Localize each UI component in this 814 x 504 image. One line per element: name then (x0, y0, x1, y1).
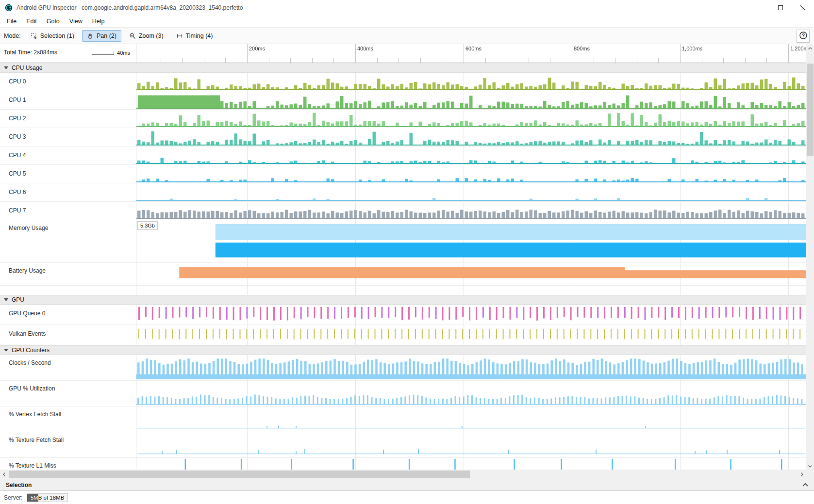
track-canvas (136, 128, 806, 146)
tool-button-label: Timing (4) (186, 33, 213, 39)
menu-view[interactable]: View (65, 16, 87, 26)
track-canvas (136, 458, 806, 470)
track-canvas (136, 91, 806, 109)
track-row-cpu-1: CPU 1 (0, 91, 806, 110)
maximize-button[interactable] (769, 0, 792, 16)
track-row--vertex-fetch-stall: % Vertex Fetch Stall (0, 406, 806, 432)
track-row--texture-l1-miss: % Texture L1 Miss (0, 458, 806, 470)
track-row-clocks-second: Clocks / Second (0, 355, 806, 381)
track-row-gpu-queue-0: GPU Queue 0 (0, 305, 806, 325)
track-chart[interactable] (136, 325, 806, 345)
group-header-gpu-counters[interactable]: GPU Counters (0, 345, 806, 355)
time-ruler-row: Total Time: 2s084ms 40ms 200ms400ms600ms… (0, 44, 806, 63)
tool-button-label: Zoom (3) (139, 33, 164, 39)
track-chart[interactable] (136, 458, 806, 470)
track-chart[interactable] (136, 73, 806, 91)
track-row-battery-usage: Battery Usage (0, 263, 806, 286)
track-row-cpu-2: CPU 2 (0, 110, 806, 128)
menu-goto[interactable]: Goto (42, 16, 65, 26)
track-chart[interactable] (136, 305, 806, 325)
selection-icon (31, 33, 37, 39)
status-divider (73, 493, 73, 502)
scroll-down-arrow-icon[interactable] (806, 462, 814, 470)
group-header-gpu[interactable]: GPU (0, 295, 806, 305)
timeline-panel: Total Time: 2s084ms 40ms 200ms400ms600ms… (0, 44, 806, 470)
track-label: CPU 0 (9, 78, 26, 85)
horizontal-scrollbar[interactable] (0, 470, 806, 479)
ruler-tick-label: 600ms (465, 46, 482, 51)
ruler-tick-label: 200ms (249, 46, 265, 51)
server-memory-meter: 5MB of 18MB 5MB of 18MB (27, 493, 68, 502)
horizontal-scrollbar-thumb[interactable] (9, 471, 470, 478)
spacer-row (0, 286, 806, 295)
track-canvas (136, 165, 806, 183)
track-canvas (136, 220, 806, 262)
group-label: GPU (12, 296, 24, 303)
track-chart[interactable]: 5.3Gb (136, 220, 806, 262)
tool-button-pan[interactable]: Pan (2) (82, 30, 121, 42)
group-header-cpu-usage[interactable]: CPU Usage (0, 63, 806, 73)
track-canvas (136, 202, 806, 220)
track-canvas (136, 381, 806, 406)
scrollbar-corner (806, 470, 814, 479)
scroll-left-arrow-icon[interactable] (0, 470, 8, 479)
track-label: CPU 3 (9, 133, 26, 140)
track-chart[interactable] (136, 91, 806, 109)
scroll-right-arrow-icon[interactable] (798, 470, 806, 479)
tool-button-timing[interactable]: Timing (4) (171, 30, 218, 42)
close-button[interactable] (792, 0, 814, 16)
ruler-tick-label: 1,000ms (682, 46, 702, 51)
track-chart[interactable] (136, 202, 806, 220)
track-canvas (136, 73, 806, 91)
scale-indicator: 40ms (92, 49, 130, 55)
selection-panel-title: Selection (6, 482, 32, 488)
help-icon: ? (799, 31, 808, 42)
track-rows: CPU UsageCPU 0CPU 1CPU 2CPU 3CPU 4CPU 5C… (0, 63, 806, 470)
track-chart[interactable] (136, 355, 806, 380)
collapse-triangle-icon (4, 349, 8, 352)
track-chart[interactable] (136, 128, 806, 146)
timing-icon (176, 33, 183, 39)
collapse-triangle-icon (4, 66, 8, 69)
track-chart[interactable] (136, 406, 806, 432)
track-chart[interactable] (136, 146, 806, 164)
track-label: CPU 6 (9, 189, 26, 195)
spacer-canvas (136, 286, 806, 295)
track-label: Battery Usage (9, 267, 46, 274)
track-chart[interactable] (136, 263, 806, 285)
track-chart[interactable] (136, 381, 806, 406)
vertical-scrollbar-thumb[interactable] (807, 64, 814, 156)
track-canvas (136, 325, 806, 345)
chevron-up-icon[interactable] (802, 483, 808, 487)
track-label: GPU Queue 0 (9, 310, 45, 317)
vertical-scrollbar[interactable] (806, 44, 814, 470)
track-label: % Texture L1 Miss (9, 462, 56, 469)
time-ruler[interactable]: 200ms400ms600ms800ms1,000ms1,200ms (136, 44, 806, 63)
selection-panel-header[interactable]: Selection (0, 479, 814, 490)
window-controls (747, 0, 814, 16)
track-row-cpu-5: CPU 5 (0, 165, 806, 183)
track-label: CPU 2 (9, 115, 26, 122)
tool-button-label: Pan (2) (97, 33, 116, 39)
track-chart[interactable] (136, 183, 806, 201)
track-canvas (136, 110, 806, 128)
track-label: Vulkan Events (9, 330, 46, 337)
tool-button-selection[interactable]: Selection (1) (26, 30, 79, 42)
track-chart[interactable] (136, 110, 806, 128)
hand-icon (87, 33, 94, 39)
menu-edit[interactable]: Edit (21, 16, 42, 26)
track-chart[interactable] (136, 165, 806, 183)
help-button[interactable]: ? (797, 30, 810, 43)
group-label: CPU Usage (12, 65, 42, 71)
track-canvas (136, 146, 806, 164)
scroll-up-arrow-icon[interactable] (806, 44, 814, 52)
status-bar: Server: 5MB of 18MB 5MB of 18MB (0, 490, 814, 504)
tool-button-zoom[interactable]: Zoom (3) (124, 30, 168, 42)
track-row-vulkan-events: Vulkan Events (0, 325, 806, 345)
window-title: Android GPU Inspector - com.google.andro… (17, 4, 243, 11)
menu-file[interactable]: File (2, 16, 21, 26)
track-chart[interactable] (136, 432, 806, 457)
minimize-button[interactable] (747, 0, 769, 16)
ruler-tick-label: 400ms (357, 46, 373, 51)
menu-help[interactable]: Help (87, 16, 110, 26)
